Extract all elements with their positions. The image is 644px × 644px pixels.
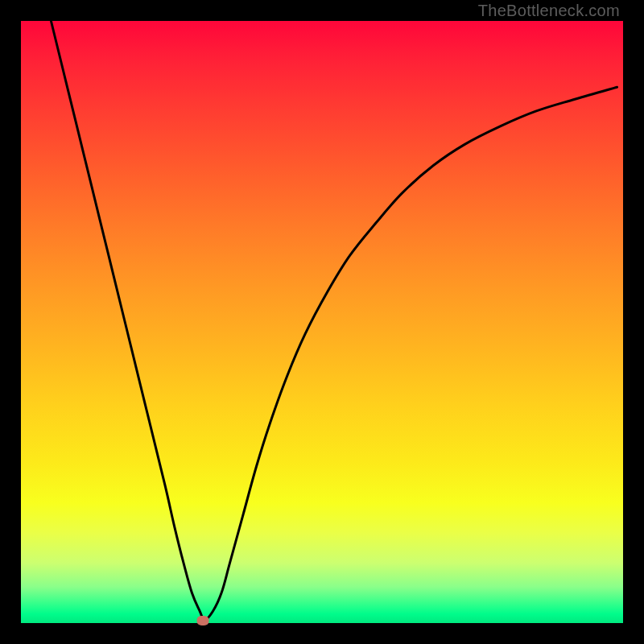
- minimum-marker: [196, 616, 208, 625]
- chart-frame: TheBottleneck.com: [0, 0, 644, 644]
- bottleneck-curve: [21, 21, 623, 623]
- plot-area: [21, 21, 623, 623]
- watermark-text: TheBottleneck.com: [478, 2, 620, 20]
